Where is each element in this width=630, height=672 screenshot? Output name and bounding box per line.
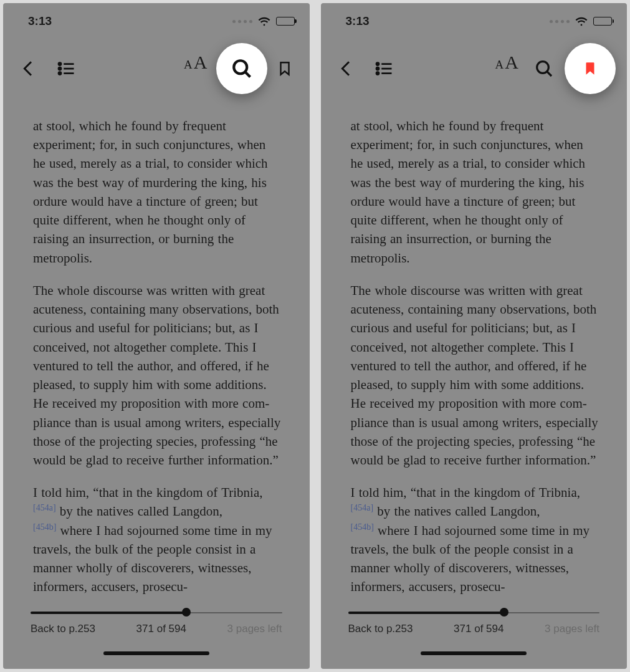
bookmark-button[interactable]: [271, 52, 298, 85]
font-settings-button[interactable]: A A: [179, 52, 212, 85]
font-large-label: A: [194, 52, 208, 73]
page-position: 371 of 594: [136, 623, 186, 635]
battery-icon: [593, 17, 612, 26]
footnote-link-454b[interactable]: [454b]: [351, 522, 374, 532]
table-of-contents-button[interactable]: [367, 52, 401, 85]
bookmark-filled-icon: [582, 59, 598, 78]
list-icon: [57, 59, 75, 78]
search-icon: [534, 59, 554, 79]
search-button[interactable]: [216, 43, 267, 94]
phone-screen-right: 3:13 A A: [321, 3, 628, 669]
reader-footer: Back to p.253 371 of 594 3 pages left: [3, 605, 310, 669]
back-to-page-link[interactable]: Back to p.253: [348, 623, 413, 635]
bookmark-icon: [277, 59, 293, 78]
paragraph-2: The whole discourse was written with gre…: [33, 281, 281, 469]
home-indicator[interactable]: [421, 651, 527, 655]
cellular-dots-icon: [550, 20, 570, 23]
home-indicator[interactable]: [103, 651, 209, 655]
back-to-page-link[interactable]: Back to p.253: [31, 623, 95, 635]
svg-point-14: [537, 62, 549, 74]
page-position: 371 of 594: [454, 623, 504, 635]
wifi-icon: [575, 14, 588, 28]
reader-footer: Back to p.253 371 of 594 3 pages left: [321, 605, 628, 669]
bookmark-button-active[interactable]: [565, 43, 616, 94]
pages-remaining: 3 pages left: [545, 623, 599, 635]
pages-remaining: 3 pages left: [227, 623, 282, 635]
reader-toolbar: A A: [321, 31, 628, 100]
back-button[interactable]: [330, 52, 363, 85]
status-bar: 3:13: [321, 3, 628, 31]
status-bar: 3:13: [3, 3, 310, 31]
paragraph-3: I told him, “that in the kingdom of Trib…: [33, 483, 281, 596]
svg-point-0: [59, 63, 61, 65]
progress-slider[interactable]: [31, 605, 282, 619]
footnote-link-454a[interactable]: [454a]: [33, 503, 56, 512]
back-button[interactable]: [12, 52, 45, 85]
chevron-left-icon: [336, 59, 356, 79]
font-large-label: A: [505, 52, 518, 73]
paragraph-3: I told him, “that in the kingdom of Trib…: [351, 483, 599, 596]
cellular-dots-icon: [232, 20, 252, 23]
reader-content[interactable]: at stool, which he found by frequent exp…: [321, 100, 628, 597]
reader-toolbar: A A: [3, 31, 310, 100]
reader-content[interactable]: at stool, which he found by frequent exp…: [3, 100, 310, 597]
font-small-label: A: [184, 58, 193, 72]
progress-slider[interactable]: [348, 605, 600, 619]
svg-line-7: [245, 72, 250, 77]
footnote-link-454a[interactable]: [454a]: [351, 503, 374, 512]
paragraph-2: The whole discourse was written with gre…: [351, 281, 599, 469]
wifi-icon: [257, 14, 271, 28]
status-time: 3:13: [346, 14, 370, 28]
chevron-left-icon: [19, 59, 39, 79]
phone-screen-left: 3:13 A A: [3, 3, 310, 669]
list-icon: [375, 59, 393, 78]
svg-point-2: [59, 67, 61, 70]
search-button[interactable]: [527, 52, 561, 85]
svg-point-6: [234, 60, 247, 74]
svg-point-12: [376, 72, 379, 75]
svg-point-8: [376, 63, 379, 65]
status-time: 3:13: [28, 14, 52, 28]
paragraph-1: at stool, which he found by frequent exp…: [351, 117, 599, 267]
status-indicators: [550, 14, 612, 28]
table-of-contents-button[interactable]: [49, 52, 83, 85]
svg-line-15: [547, 72, 551, 76]
svg-point-4: [59, 72, 61, 75]
search-icon: [231, 57, 253, 80]
font-settings-button[interactable]: A A: [490, 52, 523, 85]
footnote-link-454b[interactable]: [454b]: [33, 522, 56, 532]
font-small-label: A: [495, 58, 504, 72]
status-indicators: [232, 14, 295, 28]
svg-point-10: [376, 67, 379, 70]
battery-icon: [276, 17, 295, 26]
paragraph-1: at stool, which he found by frequent exp…: [33, 117, 281, 267]
